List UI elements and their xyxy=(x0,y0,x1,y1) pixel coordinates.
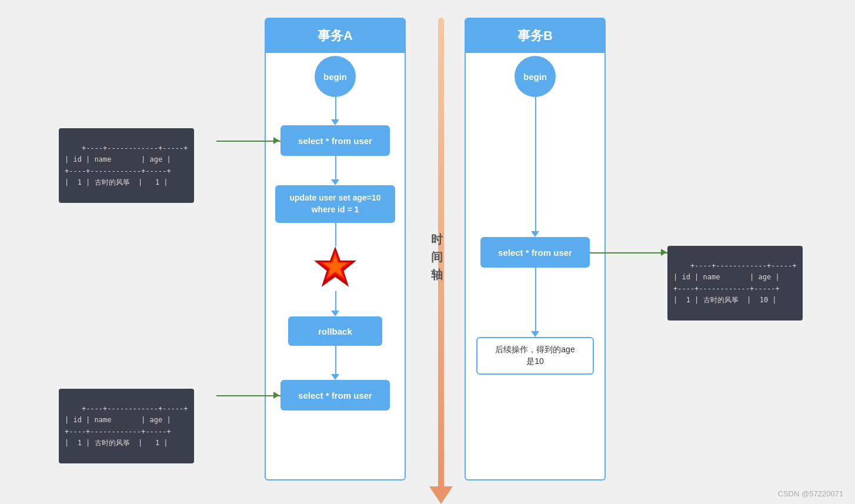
explosion-node xyxy=(312,244,359,291)
arrow-a-4 xyxy=(331,311,339,316)
select-b-node: select * from user xyxy=(480,237,590,268)
arrow-b-1 xyxy=(531,231,539,237)
connector-b-1 xyxy=(535,97,536,232)
table2-arrow-head xyxy=(661,249,667,256)
connector-a-5 xyxy=(335,346,336,375)
table1-arrow-head xyxy=(273,137,279,144)
table3-arrow xyxy=(216,395,280,396)
arrow-a-1 xyxy=(331,119,339,125)
explosion-svg xyxy=(312,244,359,291)
note-b-node: 后续操作，得到的age 是10 xyxy=(476,337,594,375)
table1-arrow xyxy=(216,141,280,142)
update-a-node: update user set age=10 where id = 1 xyxy=(275,185,395,223)
watermark: CSDN @57220071 xyxy=(778,489,843,498)
connector-a-4 xyxy=(335,291,336,312)
time-label: 时 间 轴 xyxy=(429,223,445,261)
db-table-2: +----+------------+-----+ | id | name | … xyxy=(667,246,803,321)
transaction-a-header: 事务A xyxy=(266,19,405,53)
connector-b-2 xyxy=(535,268,536,332)
table2-arrow xyxy=(590,252,667,253)
connector-a-2 xyxy=(335,156,336,181)
select2-a-node: select * from user xyxy=(280,380,390,410)
transaction-b-header: 事务B xyxy=(466,19,604,53)
db-table-3: +----+------------+-----+ | id | name | … xyxy=(59,389,194,463)
connector-a-3 xyxy=(335,223,336,246)
table3-arrow-head xyxy=(273,392,279,399)
diagram-container: 事务A 事务B 时 间 轴 begin select * from user u… xyxy=(0,0,855,504)
begin-b-node: begin xyxy=(515,56,556,97)
rollback-node: rollback xyxy=(288,316,382,346)
arrow-b-2 xyxy=(531,331,539,337)
begin-a-node: begin xyxy=(315,56,356,97)
time-axis-arrow xyxy=(429,486,453,504)
select1-a-node: select * from user xyxy=(280,125,390,156)
connector-a-1 xyxy=(335,97,336,121)
arrow-a-5 xyxy=(331,374,339,380)
arrow-a-2 xyxy=(331,179,339,185)
db-table-1: +----+------------+-----+ | id | name | … xyxy=(59,128,194,203)
